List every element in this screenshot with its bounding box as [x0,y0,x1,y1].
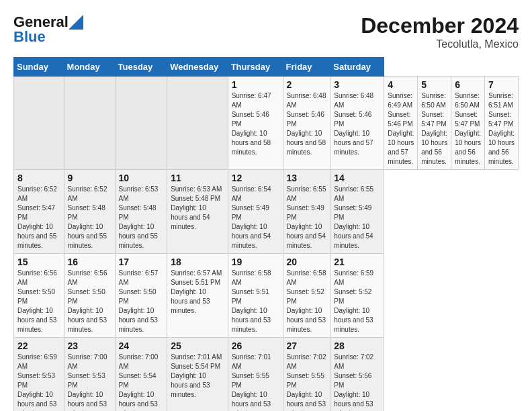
day-info: Sunrise: 6:57 AMSunset: 5:50 PMDaylight:… [119,269,164,334]
day-info: Sunrise: 6:51 AMSunset: 5:47 PMDaylight:… [488,91,515,167]
weekday-header-wednesday: Wednesday [167,58,228,77]
day-info: Sunrise: 7:00 AMSunset: 5:53 PMDaylight:… [68,353,112,411]
calendar-cell [64,77,115,170]
day-info: Sunrise: 6:59 AMSunset: 5:52 PMDaylight:… [334,269,380,334]
day-info: Sunrise: 6:50 AMSunset: 5:47 PMDaylight:… [455,91,481,167]
day-info: Sunrise: 6:56 AMSunset: 5:50 PMDaylight:… [17,269,60,334]
calendar-cell: 22 Sunrise: 6:59 AMSunset: 5:53 PMDaylig… [14,338,64,412]
day-number: 25 [171,340,224,351]
weekday-header-friday: Friday [283,58,330,77]
calendar-cell: 6 Sunrise: 6:50 AMSunset: 5:47 PMDayligh… [451,77,485,170]
day-number: 27 [287,340,327,351]
day-number: 18 [171,257,224,267]
day-info: Sunrise: 6:52 AMSunset: 5:48 PMDaylight:… [68,185,112,250]
calendar-cell: 13 Sunrise: 6:55 AMSunset: 5:49 PMDaylig… [283,170,330,254]
calendar-cell: 7 Sunrise: 6:51 AMSunset: 5:47 PMDayligh… [485,77,519,170]
calendar-week-2: 8 Sunrise: 6:52 AMSunset: 5:47 PMDayligh… [14,170,519,254]
day-number: 8 [17,173,60,183]
logo-text-blue: Blue [13,28,46,46]
calendar-cell: 23 Sunrise: 7:00 AMSunset: 5:53 PMDaylig… [64,338,115,412]
calendar-cell: 10 Sunrise: 6:53 AMSunset: 5:48 PMDaylig… [115,170,167,254]
day-info: Sunrise: 7:00 AMSunset: 5:54 PMDaylight:… [119,353,164,411]
day-number: 26 [232,340,279,351]
calendar-cell: 28 Sunrise: 7:02 AMSunset: 5:56 PMDaylig… [330,338,384,412]
calendar-cell: 16 Sunrise: 6:56 AMSunset: 5:50 PMDaylig… [64,254,115,338]
calendar-cell: 19 Sunrise: 6:58 AMSunset: 5:51 PMDaylig… [228,254,283,338]
page-subtitle: Tecolutla, Mexico [361,38,519,50]
title-block: December 2024 Tecolutla, Mexico [361,13,519,50]
calendar-cell: 15 Sunrise: 6:56 AMSunset: 5:50 PMDaylig… [14,254,64,338]
calendar-cell: 14 Sunrise: 6:55 AMSunset: 5:49 PMDaylig… [330,170,384,254]
day-number: 17 [119,257,164,267]
weekday-header-saturday: Saturday [330,58,384,77]
day-number: 9 [68,173,112,183]
day-info: Sunrise: 7:02 AMSunset: 5:56 PMDaylight:… [334,353,380,411]
day-info: Sunrise: 7:01 AMSunset: 5:54 PMDaylight:… [171,353,224,400]
calendar-cell: 1 Sunrise: 6:47 AMSunset: 5:46 PMDayligh… [228,77,283,170]
day-info: Sunrise: 6:47 AMSunset: 5:46 PMDaylight:… [232,91,279,157]
day-info: Sunrise: 6:58 AMSunset: 5:51 PMDaylight:… [232,269,279,334]
day-number: 13 [287,173,327,183]
day-info: Sunrise: 6:58 AMSunset: 5:52 PMDaylight:… [287,269,327,334]
day-number: 19 [232,257,279,267]
weekday-header-row: SundayMondayTuesdayWednesdayThursdayFrid… [14,58,519,77]
calendar-cell: 3 Sunrise: 6:48 AMSunset: 5:46 PMDayligh… [330,77,384,170]
weekday-header-thursday: Thursday [228,58,283,77]
calendar-week-4: 22 Sunrise: 6:59 AMSunset: 5:53 PMDaylig… [14,338,519,412]
calendar-table: SundayMondayTuesdayWednesdayThursdayFrid… [13,57,519,411]
calendar-cell: 24 Sunrise: 7:00 AMSunset: 5:54 PMDaylig… [115,338,167,412]
day-number: 3 [334,79,380,90]
day-number: 12 [232,173,279,183]
day-info: Sunrise: 6:49 AMSunset: 5:46 PMDaylight:… [388,91,414,167]
day-number: 24 [119,340,164,351]
calendar-cell: 26 Sunrise: 7:01 AMSunset: 5:55 PMDaylig… [228,338,283,412]
weekday-header-tuesday: Tuesday [115,58,167,77]
day-info: Sunrise: 6:48 AMSunset: 5:46 PMDaylight:… [334,91,380,157]
day-number: 2 [287,79,327,90]
calendar-cell [167,77,228,170]
day-info: Sunrise: 6:53 AMSunset: 5:48 PMDaylight:… [119,185,164,250]
calendar-cell: 5 Sunrise: 6:50 AMSunset: 5:47 PMDayligh… [418,77,451,170]
page-title: December 2024 [361,13,519,38]
day-info: Sunrise: 6:52 AMSunset: 5:47 PMDaylight:… [17,185,60,250]
day-info: Sunrise: 6:56 AMSunset: 5:50 PMDaylight:… [68,269,112,334]
day-number: 21 [334,257,380,267]
calendar-cell: 9 Sunrise: 6:52 AMSunset: 5:48 PMDayligh… [64,170,115,254]
calendar-cell: 18 Sunrise: 6:57 AMSunset: 5:51 PMDaylig… [167,254,228,338]
calendar-cell [115,77,167,170]
day-info: Sunrise: 6:54 AMSunset: 5:49 PMDaylight:… [232,185,279,250]
day-number: 14 [334,173,380,183]
day-info: Sunrise: 6:48 AMSunset: 5:46 PMDaylight:… [287,91,327,157]
day-number: 7 [488,79,515,90]
day-number: 6 [455,79,481,90]
calendar-cell: 12 Sunrise: 6:54 AMSunset: 5:49 PMDaylig… [228,170,283,254]
calendar-cell [14,77,64,170]
day-number: 11 [171,173,224,183]
calendar-cell: 27 Sunrise: 7:02 AMSunset: 5:55 PMDaylig… [283,338,330,412]
logo-arrow-icon [69,15,83,30]
calendar-cell: 21 Sunrise: 6:59 AMSunset: 5:52 PMDaylig… [330,254,384,338]
day-info: Sunrise: 6:59 AMSunset: 5:53 PMDaylight:… [17,353,60,411]
weekday-header-sunday: Sunday [14,58,64,77]
day-number: 4 [388,79,414,90]
day-number: 10 [119,173,164,183]
day-number: 15 [17,257,60,267]
day-number: 1 [232,79,279,90]
day-number: 22 [17,340,60,351]
day-number: 20 [287,257,327,267]
calendar-cell: 8 Sunrise: 6:52 AMSunset: 5:47 PMDayligh… [14,170,64,254]
day-info: Sunrise: 6:57 AMSunset: 5:51 PMDaylight:… [171,269,224,316]
calendar-cell: 17 Sunrise: 6:57 AMSunset: 5:50 PMDaylig… [115,254,167,338]
day-number: 23 [68,340,112,351]
svg-marker-0 [69,15,83,30]
day-number: 16 [68,257,112,267]
calendar-week-1: 1 Sunrise: 6:47 AMSunset: 5:46 PMDayligh… [14,77,519,170]
page-header: General Blue December 2024 Tecolutla, Me… [13,13,519,50]
day-info: Sunrise: 7:02 AMSunset: 5:55 PMDaylight:… [287,353,327,411]
day-info: Sunrise: 6:50 AMSunset: 5:47 PMDaylight:… [421,91,447,167]
calendar-cell: 2 Sunrise: 6:48 AMSunset: 5:46 PMDayligh… [283,77,330,170]
calendar-cell: 4 Sunrise: 6:49 AMSunset: 5:46 PMDayligh… [384,77,418,170]
calendar-cell: 25 Sunrise: 7:01 AMSunset: 5:54 PMDaylig… [167,338,228,412]
logo: General Blue [13,13,83,46]
day-number: 28 [334,340,380,351]
